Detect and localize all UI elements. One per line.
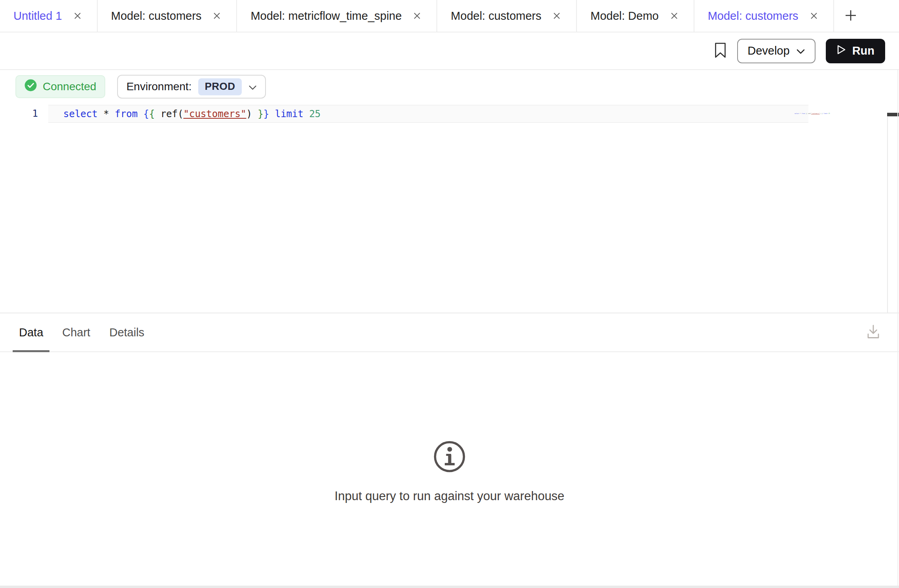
code-token-brace_inner: {	[149, 108, 155, 119]
file-tab-3[interactable]: Model: customers	[437, 0, 577, 32]
connection-status-row: Connected Environment: PROD	[15, 75, 899, 99]
code-token-number: 25	[829, 113, 830, 114]
code-token-keyword: limit	[824, 113, 828, 114]
plus-icon	[844, 9, 857, 23]
results-tab-bar: DataChartDetails	[0, 313, 899, 352]
dbt-ide-window: Untitled 1Model: customersModel: metricf…	[0, 0, 899, 588]
code-line-1[interactable]: 1 select * from {{ ref("customers") }} l…	[0, 105, 899, 123]
close-tab-icon[interactable]	[411, 10, 423, 22]
run-label: Run	[852, 44, 874, 57]
editor-scrollbar-track	[887, 117, 888, 313]
file-tab-0[interactable]: Untitled 1	[0, 0, 98, 32]
file-tab-label: Model: Demo	[590, 9, 658, 23]
code-token-plain	[252, 108, 258, 119]
file-tab-label: Model: customers	[111, 9, 202, 23]
results-panel: DataChartDetails Input query to run agai…	[0, 313, 899, 588]
play-icon	[836, 44, 846, 58]
code-token-keyword: from	[115, 108, 138, 119]
file-tab-5[interactable]: Model: customers	[694, 0, 834, 32]
new-tab-button[interactable]	[834, 0, 867, 32]
code-token-keyword: from	[802, 113, 805, 114]
code-token-number: 25	[309, 108, 321, 119]
empty-results-state: Input query to run against your warehous…	[0, 440, 899, 503]
connected-label: Connected	[43, 80, 96, 93]
editor-toolbar: Develop Run	[0, 32, 899, 70]
file-tab-bar: Untitled 1Model: customersModel: metricf…	[0, 0, 899, 32]
environment-value-pill: PROD	[198, 78, 241, 95]
code-token-plain	[155, 108, 160, 119]
empty-results-message: Input query to run against your warehous…	[335, 489, 565, 503]
results-tab-chart[interactable]: Chart	[56, 313, 97, 351]
environment-label: Environment:	[126, 80, 192, 93]
chevron-down-icon	[796, 44, 805, 57]
code-token-plain: (	[178, 108, 183, 119]
run-button[interactable]: Run	[826, 39, 885, 63]
sql-code-editor[interactable]: 1 select * from {{ ref("customers") }} l…	[0, 105, 899, 313]
close-tab-icon[interactable]	[808, 10, 820, 22]
bookmark-button[interactable]	[714, 42, 727, 60]
code-token-keyword: limit	[275, 108, 303, 119]
connected-badge: Connected	[15, 75, 105, 98]
close-tab-icon[interactable]	[211, 10, 223, 22]
window-right-edge	[897, 70, 898, 588]
code-token-brace_outer: }	[264, 108, 269, 119]
file-tab-2[interactable]: Model: metricflow_time_spine	[237, 0, 437, 32]
close-tab-icon[interactable]	[551, 10, 563, 22]
download-results-button[interactable]	[865, 323, 882, 342]
develop-dropdown-button[interactable]: Develop	[737, 39, 815, 63]
code-token-keyword: select	[63, 108, 98, 119]
ref-model-link[interactable]: "customers"	[811, 113, 820, 114]
code-token-keyword: select	[795, 113, 799, 114]
results-tab-details[interactable]: Details	[103, 313, 151, 351]
environment-dropdown[interactable]: Environment: PROD	[117, 75, 266, 99]
code-token-plain	[98, 108, 103, 119]
code-token-plain	[303, 108, 309, 119]
code-token-brace_inner: }	[258, 108, 263, 119]
code-token-plain: )	[246, 108, 252, 119]
close-tab-icon[interactable]	[668, 10, 680, 22]
file-tab-label: Model: customers	[451, 9, 541, 23]
window-bottom-edge	[0, 586, 899, 588]
results-tab-data[interactable]: Data	[13, 313, 49, 351]
code-token-plain	[138, 108, 143, 119]
code-token-plain: ref	[161, 108, 178, 119]
file-tab-label: Model: customers	[708, 9, 798, 23]
info-icon	[433, 440, 466, 475]
code-line-content[interactable]: select * from {{ ref("customers") }} lim…	[48, 105, 808, 123]
file-tab-label: Untitled 1	[13, 9, 62, 23]
code-token-plain	[109, 108, 115, 119]
code-token-brace_outer: {	[143, 108, 149, 119]
bookmark-icon	[714, 42, 727, 60]
code-token-plain: *	[103, 108, 109, 119]
file-tab-1[interactable]: Model: customers	[98, 0, 237, 32]
file-tab-4[interactable]: Model: Demo	[577, 0, 694, 32]
editor-minimap[interactable]: select * from {{ ref("customers") }} lim…	[795, 113, 830, 114]
ref-model-link[interactable]: "customers"	[183, 108, 246, 119]
close-tab-icon[interactable]	[72, 10, 83, 22]
chevron-down-icon	[248, 80, 257, 93]
develop-label: Develop	[747, 44, 789, 57]
line-number: 1	[0, 105, 48, 123]
download-icon	[865, 336, 882, 342]
code-token-plain	[269, 108, 275, 119]
file-tab-label: Model: metricflow_time_spine	[250, 9, 402, 23]
check-circle-icon	[25, 79, 37, 94]
